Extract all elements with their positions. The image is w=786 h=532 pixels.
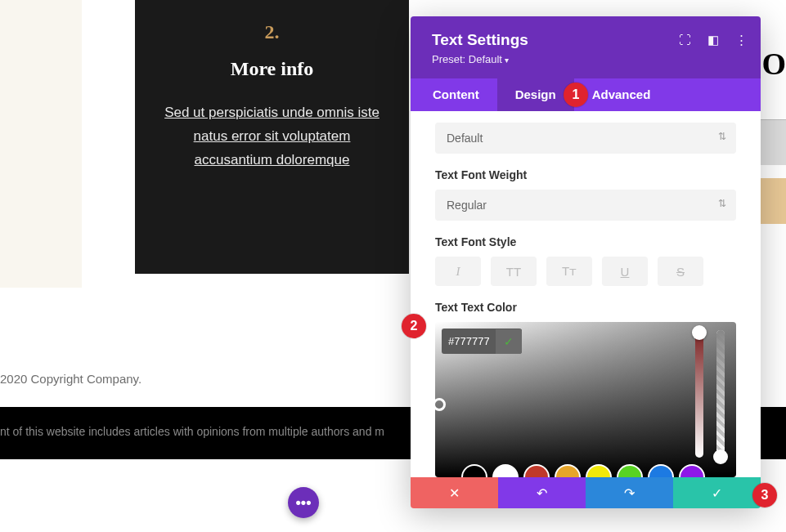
- cancel-button[interactable]: ✕: [411, 477, 498, 508]
- annotation-3: 3: [752, 483, 777, 507]
- tab-advanced[interactable]: Advanced: [574, 78, 669, 111]
- annotation-2: 2: [402, 314, 426, 338]
- preset-dropdown[interactable]: Preset: Default: [432, 53, 744, 65]
- save-button[interactable]: ✓: [673, 477, 761, 508]
- text-color-label: Text Text Color: [435, 301, 736, 314]
- color-cursor[interactable]: [435, 398, 446, 411]
- large-letter: O: [761, 46, 786, 82]
- uppercase-button[interactable]: TT: [491, 257, 537, 286]
- font-select[interactable]: Default: [435, 123, 736, 154]
- copyright-text: 2020 Copyright Company.: [0, 372, 141, 386]
- swatch-white[interactable]: [494, 466, 517, 477]
- undo-icon: ↶: [537, 485, 547, 501]
- alpha-handle[interactable]: [713, 449, 728, 464]
- swatch-red[interactable]: [525, 466, 548, 477]
- panel-footer: ✕ ↶ ↷ ✓: [411, 477, 761, 508]
- redo-icon: ↷: [624, 485, 635, 501]
- card-number: 2.: [161, 21, 383, 43]
- redo-button[interactable]: ↷: [586, 477, 673, 508]
- swatch-blue[interactable]: [649, 466, 672, 477]
- expand-icon[interactable]: ⛶: [679, 33, 691, 47]
- hue-handle[interactable]: [692, 325, 707, 340]
- kebab-menu-icon[interactable]: ⋮: [735, 33, 748, 47]
- underline-button[interactable]: U: [602, 257, 648, 286]
- color-gradient-area[interactable]: ✓: [435, 322, 736, 477]
- hex-confirm-icon[interactable]: ✓: [496, 329, 522, 354]
- swatch-yellow[interactable]: [587, 466, 610, 477]
- font-style-label: Text Font Style: [435, 235, 736, 248]
- swatch-green[interactable]: [618, 466, 641, 477]
- hue-slider[interactable]: [695, 330, 703, 458]
- tab-content[interactable]: Content: [411, 78, 497, 111]
- font-style-row: I TT Tᴛ U S: [435, 257, 736, 286]
- columns-icon[interactable]: ◧: [707, 33, 719, 47]
- smallcaps-button[interactable]: Tᴛ: [546, 257, 592, 286]
- card-title: More info: [161, 58, 383, 80]
- hex-input[interactable]: [442, 329, 496, 354]
- hex-input-wrap: ✓: [442, 329, 522, 354]
- font-weight-label: Text Font Weight: [435, 168, 736, 181]
- annotation-1: 1: [564, 83, 588, 107]
- close-icon: ✕: [449, 485, 460, 501]
- grey-side-swatch: [760, 119, 786, 165]
- swatch-orange[interactable]: [556, 466, 579, 477]
- swatch-black[interactable]: [463, 466, 486, 477]
- font-weight-select[interactable]: Regular: [435, 190, 736, 221]
- panel-header: Text Settings Preset: Default ⛶ ◧ ⋮: [411, 16, 761, 78]
- color-swatches: [435, 466, 736, 477]
- tan-side-swatch: [760, 178, 786, 224]
- check-icon: ✓: [712, 485, 722, 501]
- strikethrough-button[interactable]: S: [658, 257, 703, 286]
- panel-body: Default Text Font Weight Regular Text Fo…: [411, 111, 761, 477]
- swatch-purple[interactable]: [680, 466, 703, 477]
- card-paragraph: Sed ut perspiciatis unde omnis iste natu…: [161, 101, 383, 172]
- undo-button[interactable]: ↶: [498, 477, 586, 508]
- alpha-slider[interactable]: [716, 330, 725, 458]
- info-card: 2. More info Sed ut perspiciatis unde om…: [135, 0, 409, 274]
- fab-menu-button[interactable]: •••: [288, 487, 319, 518]
- cream-column: [0, 0, 82, 288]
- color-picker[interactable]: ✓: [435, 322, 736, 477]
- tab-design[interactable]: Design: [497, 78, 574, 111]
- italic-button[interactable]: I: [435, 257, 481, 286]
